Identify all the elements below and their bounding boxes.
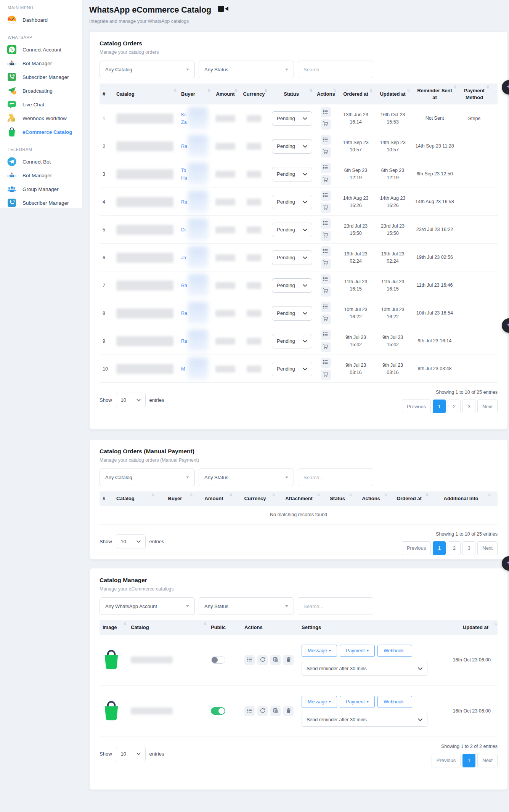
previous-page-button[interactable]: Previous (402, 541, 431, 555)
cart-button[interactable] (321, 342, 331, 352)
column-header-buyer[interactable]: Buyer (178, 87, 212, 101)
payment-settings-button[interactable]: Payment▸ (340, 696, 375, 708)
sidebar-item-broadcasting[interactable]: Broadcasting (0, 84, 82, 98)
next-page-button[interactable]: Next (477, 400, 498, 413)
page-number-button[interactable]: 1 (433, 541, 446, 555)
sort-icon[interactable] (370, 88, 373, 93)
order-details-button[interactable] (321, 107, 331, 117)
cart-button[interactable] (321, 175, 331, 185)
column-header-status[interactable]: Status (269, 87, 314, 101)
column-header-actions[interactable]: Actions (353, 491, 389, 506)
sidebar-item-dashboard[interactable]: Dashboard (0, 13, 82, 27)
buyer-link[interactable]: To Ha (181, 167, 187, 182)
next-page-button[interactable]: Next (477, 754, 498, 767)
column-header-updated-at[interactable]: Updated at (434, 620, 498, 635)
page-number-button[interactable]: 1 (433, 400, 446, 413)
sort-icon[interactable] (310, 88, 313, 93)
sort-icon[interactable] (494, 621, 497, 627)
cart-button[interactable] (321, 258, 331, 269)
column-header-status[interactable]: Status (321, 491, 353, 506)
page-number-button[interactable]: 3 (462, 541, 475, 555)
column-header-buyer[interactable]: Buyer (156, 491, 194, 506)
column-header-amount[interactable]: Amount (194, 491, 234, 506)
column-header-payment-method[interactable]: Payment Method (458, 83, 491, 104)
catalog-filter-select[interactable]: Any Catalog (100, 469, 195, 486)
sort-icon[interactable] (349, 493, 352, 498)
sort-icon[interactable] (152, 493, 155, 498)
column-header-currency[interactable]: Currency (234, 491, 276, 506)
order-details-button[interactable] (321, 218, 331, 229)
copy-button[interactable] (270, 706, 281, 716)
search-input[interactable] (298, 597, 373, 615)
sidebar-item-telegram-subscriber-manager[interactable]: Subscriber Manager (0, 196, 82, 208)
buyer-link[interactable]: Ra (181, 198, 187, 206)
sidebar-item-ecommerce-catalog[interactable]: eCommerce Catalog (0, 125, 82, 139)
catalog-details-button[interactable] (244, 655, 255, 665)
column-header-additional-info[interactable]: Additional Info (430, 491, 492, 506)
sidebar-item-connect-bot[interactable]: Connect Bot (0, 155, 82, 168)
buyer-link[interactable]: Ra (181, 282, 187, 289)
refresh-button[interactable] (257, 706, 268, 716)
page-number-button[interactable]: 2 (448, 541, 461, 555)
buyer-link[interactable]: Ra (181, 337, 187, 345)
refresh-button[interactable] (257, 655, 268, 665)
order-details-button[interactable] (321, 191, 331, 201)
column-header-amount[interactable]: Amount (212, 87, 239, 101)
sidebar-item-subscriber-manager[interactable]: Subscriber Manager (0, 70, 82, 84)
column-header-reminder-sent-at[interactable]: Reminder Sent at (411, 83, 458, 104)
sort-icon[interactable] (384, 493, 387, 498)
sidebar-item-webhook-workflow[interactable]: Webhook Workflow (0, 111, 82, 125)
buyer-link[interactable]: Ra (181, 310, 187, 317)
message-settings-button[interactable]: Message▸ (302, 696, 337, 708)
cart-button[interactable] (321, 119, 331, 130)
column-header-catalog[interactable]: Catalog (113, 491, 156, 506)
buyer-link[interactable]: Di (181, 226, 186, 234)
delete-button[interactable] (283, 655, 294, 665)
cart-button[interactable] (321, 231, 331, 241)
sidebar-item-connect-account[interactable]: Connect Account (0, 43, 82, 56)
reminder-select[interactable]: Send reminder after 30 mins (302, 662, 427, 676)
cart-button[interactable] (321, 147, 331, 157)
sort-icon[interactable] (230, 493, 233, 498)
column-header-ordered-at[interactable]: Ordered at (337, 87, 374, 101)
catalog-filter-select[interactable]: Any Catalog (100, 61, 195, 78)
next-page-button[interactable]: Next (477, 541, 498, 555)
payment-settings-button[interactable]: Payment▸ (340, 645, 375, 657)
status-select[interactable]: Pending (272, 139, 312, 154)
column-header-ordered-at[interactable]: Ordered at (389, 491, 430, 506)
buyer-link[interactable]: Ra (181, 143, 187, 150)
sort-icon[interactable] (204, 621, 207, 627)
status-select[interactable]: Pending (272, 223, 312, 237)
status-filter-select[interactable]: Any Status (199, 597, 294, 615)
sort-icon[interactable] (487, 85, 490, 90)
cart-button[interactable] (321, 203, 331, 213)
status-select[interactable]: Pending (272, 306, 312, 321)
sort-icon[interactable] (190, 493, 193, 498)
sort-icon[interactable] (317, 493, 320, 498)
column-header-currency[interactable]: Currency (239, 87, 269, 101)
reminder-select[interactable]: Send reminder after 30 mins (302, 713, 427, 727)
delete-button[interactable] (283, 706, 294, 716)
sidebar-item-group-manager[interactable]: Group Manager (0, 182, 82, 196)
video-camera-icon[interactable] (217, 5, 229, 15)
sort-icon[interactable] (265, 88, 268, 93)
column-header-image[interactable]: Image (100, 620, 128, 635)
cart-button[interactable] (321, 314, 331, 324)
previous-page-button[interactable]: Previous (402, 400, 431, 413)
page-number-button[interactable]: 3 (462, 400, 475, 413)
public-toggle[interactable] (211, 656, 225, 664)
order-details-button[interactable] (321, 274, 331, 284)
copy-button[interactable] (270, 655, 281, 665)
webhook-settings-button[interactable]: Webhook (377, 645, 412, 657)
public-toggle[interactable] (211, 707, 225, 715)
order-details-button[interactable] (321, 163, 331, 173)
column-header-attachment[interactable]: Attachment (276, 491, 321, 506)
status-select[interactable]: Pending (272, 250, 312, 265)
column-header-catalog[interactable]: Catalog (113, 87, 178, 101)
status-select[interactable]: Pending (272, 195, 312, 209)
sort-icon[interactable] (207, 88, 210, 93)
order-details-button[interactable] (321, 330, 331, 340)
sidebar-item-live-chat[interactable]: Live Chat (0, 98, 82, 111)
status-select[interactable]: Pending (272, 334, 312, 348)
sort-icon[interactable] (488, 493, 491, 498)
